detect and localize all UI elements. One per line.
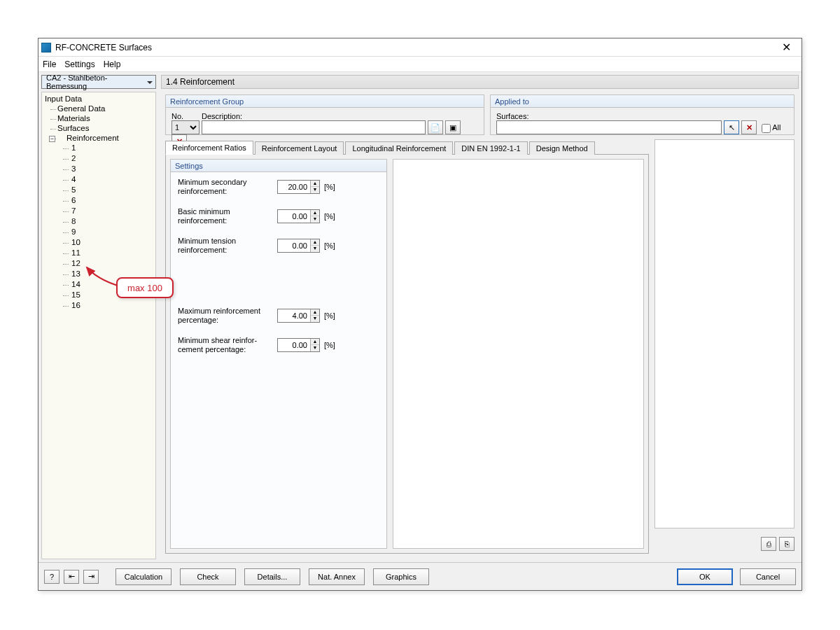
setting-label: Minimum secondary reinforcement: — [178, 178, 277, 196]
prev-button[interactable]: ⇤ — [64, 570, 79, 584]
app-icon — [41, 43, 51, 52]
tab-longitudinal-reinforcement[interactable]: Longitudinal Reinforcement — [345, 141, 453, 155]
value-spinner[interactable]: ▲▼ — [277, 309, 320, 323]
spin-up-icon[interactable]: ▲ — [311, 181, 319, 187]
reinforcement-group-title: Reinforcement Group — [166, 95, 484, 108]
value-input[interactable] — [278, 239, 310, 252]
tree-reinforcement-1[interactable]: 1 — [42, 143, 155, 153]
group-no-select[interactable]: 1 — [172, 120, 200, 134]
spin-up-icon[interactable]: ▲ — [311, 339, 319, 345]
tree-reinforcement-2[interactable]: 2 — [42, 153, 155, 164]
value-spinner[interactable]: ▲▼ — [277, 239, 320, 253]
spin-down-icon[interactable]: ▼ — [311, 316, 319, 322]
tree-reinforcement-6[interactable]: 6 — [42, 195, 155, 206]
new-group-button[interactable]: 📄 — [428, 120, 443, 134]
tree-reinforcement-label: Reinforcement — [66, 134, 119, 142]
spin-down-icon[interactable]: ▼ — [311, 246, 319, 252]
setting-label: Basic minimum reinforcement: — [178, 207, 277, 225]
tree-surfaces[interactable]: Surfaces — [42, 123, 155, 133]
surfaces-label: Surfaces: — [496, 112, 528, 120]
settings-title: Settings — [171, 160, 386, 172]
description-label: Description: — [202, 112, 242, 120]
surfaces-input[interactable] — [496, 120, 722, 134]
all-surfaces-checkbox[interactable] — [762, 124, 771, 133]
all-surfaces-label: All — [772, 123, 780, 132]
clear-surfaces-button[interactable]: ✕ — [741, 120, 757, 134]
spin-up-icon[interactable]: ▲ — [311, 309, 319, 316]
value-input[interactable] — [278, 181, 310, 193]
tree-root[interactable]: Input Data — [42, 94, 155, 104]
spin-up-icon[interactable]: ▲ — [311, 210, 319, 216]
applied-to-title: Applied to — [491, 95, 794, 108]
unit-label: [%] — [324, 183, 335, 191]
unit-label: [%] — [324, 312, 335, 320]
details--button[interactable]: Details... — [244, 568, 300, 585]
nav-tree[interactable]: Input Data General Data Materials Surfac… — [41, 92, 156, 559]
tree-reinforcement-9[interactable]: 9 — [42, 227, 155, 237]
graphics-button[interactable]: Graphics — [373, 568, 429, 585]
spin-down-icon[interactable]: ▼ — [311, 345, 319, 351]
setting-label: Minimum shear reinfor-cement percentage: — [178, 336, 277, 354]
close-button[interactable]: ✕ — [774, 40, 799, 55]
unit-label: [%] — [324, 241, 335, 250]
value-input[interactable] — [278, 210, 310, 223]
tree-reinforcement-8[interactable]: 8 — [42, 216, 155, 227]
menu-file[interactable]: File — [43, 59, 56, 69]
tree-general-data[interactable]: General Data — [42, 104, 155, 113]
help-button[interactable]: ? — [44, 570, 59, 584]
description-input[interactable] — [202, 120, 426, 134]
footer: ? ⇤ ⇥ CalculationCheckDetails...Nat. Ann… — [38, 562, 802, 590]
case-selector[interactable]: CA2 - Stahlbeton-Bemessung — [41, 75, 156, 89]
preview-pane — [393, 159, 644, 549]
app-window: RF-CONCRETE Surfaces ✕ File Settings Hel… — [38, 38, 802, 591]
pick-surfaces-button[interactable]: ↖ — [724, 120, 739, 134]
tool-button-2[interactable]: ⎘ — [779, 537, 794, 551]
menu-help[interactable]: Help — [104, 59, 121, 69]
reinforcement-group-box: Reinforcement Group No. Description: 1 📄… — [165, 94, 484, 135]
tree-reinforcement[interactable]: −Reinforcement — [42, 133, 155, 143]
tree-reinforcement-7[interactable]: 7 — [42, 206, 155, 216]
value-spinner[interactable]: ▲▼ — [277, 209, 320, 223]
spin-down-icon[interactable]: ▼ — [311, 187, 319, 193]
menu-settings[interactable]: Settings — [64, 59, 94, 69]
value-spinner[interactable]: ▲▼ — [277, 180, 320, 194]
value-input[interactable] — [278, 339, 310, 351]
unit-label: [%] — [324, 341, 335, 349]
tab-design-method[interactable]: Design Method — [529, 141, 595, 155]
value-spinner[interactable]: ▲▼ — [277, 338, 320, 352]
cancel-button[interactable]: Cancel — [740, 568, 796, 585]
settings-panel: Settings Minimum secondary reinforcement… — [170, 159, 387, 549]
ok-button[interactable]: OK — [677, 568, 733, 585]
tree-reinforcement-10[interactable]: 10 — [42, 237, 155, 248]
tree-reinforcement-12[interactable]: 12 — [42, 258, 155, 269]
unit-label: [%] — [324, 212, 335, 220]
collapse-icon[interactable]: − — [49, 136, 55, 142]
tree-materials[interactable]: Materials — [42, 113, 155, 123]
spin-up-icon[interactable]: ▲ — [311, 239, 319, 246]
check-button[interactable]: Check — [180, 568, 236, 585]
content-header: 1.4 Reinforcement — [161, 75, 799, 89]
calculation-button[interactable]: Calculation — [115, 568, 172, 585]
copy-group-button[interactable]: ▣ — [445, 120, 461, 134]
tree-reinforcement-4[interactable]: 4 — [42, 174, 155, 185]
tab-reinforcement-layout[interactable]: Reinforcement Layout — [255, 141, 344, 155]
tabs-container: Reinforcement Ratios Reinforcement Layou… — [165, 139, 649, 554]
tab-reinforcement-ratios[interactable]: Reinforcement Ratios — [165, 141, 253, 155]
spin-down-icon[interactable]: ▼ — [311, 216, 319, 223]
tree-reinforcement-3[interactable]: 3 — [42, 164, 155, 174]
applied-to-box: Applied to Surfaces: ↖ ✕ All — [490, 94, 794, 135]
tree-reinforcement-5[interactable]: 5 — [42, 185, 155, 195]
tree-reinforcement-16[interactable]: 16 — [42, 300, 155, 311]
tab-din-en-1992-1-1[interactable]: DIN EN 1992-1-1 — [454, 141, 527, 155]
right-tools: ⎙ ⎘ — [761, 537, 794, 551]
nat-annex-button[interactable]: Nat. Annex — [309, 568, 365, 585]
info-pane — [654, 139, 794, 528]
case-selector-value: CA2 - Stahlbeton-Bemessung — [46, 74, 146, 90]
setting-label: Maximum reinforcement percentage: — [178, 307, 277, 325]
tree-reinforcement-11[interactable]: 11 — [42, 248, 155, 258]
annotation-callout: max 100 — [116, 277, 174, 298]
menubar: File Settings Help — [38, 57, 802, 72]
next-button[interactable]: ⇥ — [83, 570, 99, 584]
value-input[interactable] — [278, 309, 310, 322]
tool-button-1[interactable]: ⎙ — [761, 537, 776, 551]
